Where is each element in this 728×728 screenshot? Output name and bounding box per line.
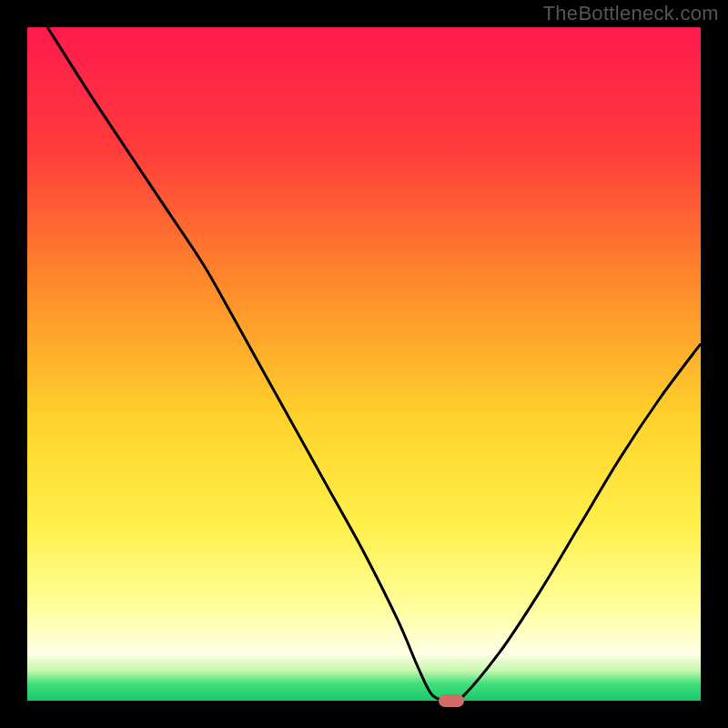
curve-layer: [27, 27, 701, 701]
optimal-marker: [439, 694, 464, 707]
watermark-text: TheBottleneck.com: [543, 2, 719, 25]
bottleneck-curve: [47, 27, 701, 701]
chart-frame: TheBottleneck.com: [0, 0, 728, 728]
plot-area: [27, 27, 701, 701]
